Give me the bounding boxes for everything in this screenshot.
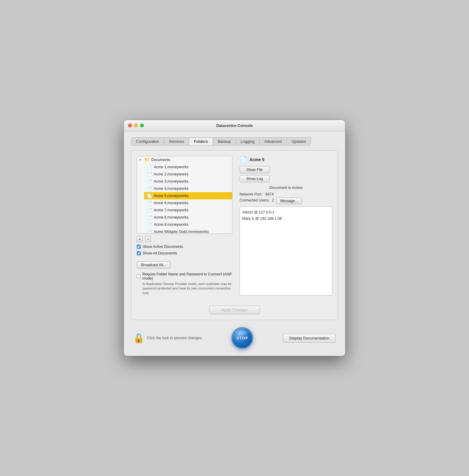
tab-advanced[interactable]: Advanced bbox=[260, 138, 287, 145]
list-item[interactable]: 📄 Acme 1.moneyworks bbox=[144, 163, 232, 171]
list-item[interactable]: 📄 Acme 3.moneyworks bbox=[144, 178, 232, 185]
tab-bar: Configuration Services Folders Backup Lo… bbox=[131, 137, 311, 145]
file-icon: 📄 bbox=[147, 165, 152, 169]
file-icon: 📄 bbox=[147, 222, 152, 227]
action-buttons: Show File Show Log bbox=[240, 166, 332, 182]
file-icon: 📄 bbox=[147, 186, 152, 191]
maximize-button[interactable] bbox=[140, 124, 144, 128]
titlebar: Datacentre Console bbox=[124, 120, 345, 131]
chevron-down-icon: ▾ bbox=[139, 158, 143, 161]
file-icon: 📄 bbox=[147, 193, 152, 198]
lock-label: Click the lock to prevent changes bbox=[147, 336, 202, 340]
main-columns: ▾ 📁 Documents 📄 Acme 1.moneyworks 📄 Acme… bbox=[137, 156, 332, 295]
show-log-button[interactable]: Show Log bbox=[240, 175, 269, 182]
user-entry: Mary S @ 192.168.1.58 bbox=[242, 216, 330, 222]
asp-description: In Application Service Provider mode, ea… bbox=[143, 282, 232, 295]
users-list: Admin @ 127.0.0.1 Mary S @ 192.168.1.58 bbox=[240, 207, 332, 295]
asp-label: Require Folder Name and Password to Conn… bbox=[142, 272, 232, 281]
doc-name: Acme 5 bbox=[249, 157, 264, 162]
list-item[interactable]: 📄 Acme 4.moneyworks bbox=[144, 185, 232, 192]
document-status: Document is Active bbox=[240, 185, 332, 190]
asp-section: Require Folder Name and Password to Conn… bbox=[137, 272, 232, 295]
file-icon: 📄 bbox=[147, 179, 152, 184]
show-all-row: Show All Documents bbox=[137, 251, 232, 255]
show-all-checkbox[interactable] bbox=[137, 251, 141, 255]
file-icon: 📄 bbox=[147, 172, 152, 177]
tab-backup[interactable]: Backup bbox=[213, 138, 236, 145]
list-controls: + − bbox=[137, 236, 232, 242]
list-item[interactable]: 📄 Acme 2.moneyworks bbox=[144, 171, 232, 178]
tab-services[interactable]: Services bbox=[164, 138, 189, 145]
show-active-row: Show Active Documents bbox=[137, 245, 232, 249]
asp-row: Require Folder Name and Password to Conn… bbox=[137, 272, 232, 281]
list-item[interactable]: 📄 Acme 8.moneyworks bbox=[144, 214, 232, 221]
document-icon: 📄 bbox=[240, 156, 247, 163]
file-list[interactable]: ▾ 📁 Documents 📄 Acme 1.moneyworks 📄 Acme… bbox=[137, 156, 232, 234]
list-item[interactable]: 📄 Acme 9.moneyworks bbox=[144, 221, 232, 228]
stop-button-container: Stop bbox=[232, 327, 253, 349]
close-button[interactable] bbox=[128, 124, 132, 128]
folder-documents[interactable]: ▾ 📁 Documents bbox=[137, 156, 232, 163]
show-active-checkbox[interactable] bbox=[137, 245, 141, 249]
tab-configuration[interactable]: Configuration bbox=[131, 138, 164, 145]
apply-section: Apply Changes bbox=[137, 301, 332, 314]
minimize-button[interactable] bbox=[134, 124, 138, 128]
connected-users-count: 2 bbox=[272, 198, 274, 202]
asp-checkbox[interactable] bbox=[137, 274, 141, 278]
list-item[interactable]: 📄 Acme 7.moneyworks bbox=[144, 207, 232, 214]
bottom-bar: 🔓 Click the lock to prevent changes Stop… bbox=[131, 327, 338, 349]
window-title: Datacentre Console bbox=[216, 123, 253, 128]
connected-users-label: Connected Users: bbox=[240, 198, 269, 202]
window-body: Configuration Services Folders Backup Lo… bbox=[124, 131, 345, 356]
display-documentation-button[interactable]: Display Documentation bbox=[283, 334, 336, 342]
remove-folder-button[interactable]: − bbox=[145, 236, 151, 242]
left-column: ▾ 📁 Documents 📄 Acme 1.moneyworks 📄 Acme… bbox=[137, 156, 232, 295]
stop-button[interactable]: Stop bbox=[232, 327, 253, 349]
broadcast-all-button[interactable]: Broadcast All... bbox=[137, 261, 170, 269]
user-entry: Admin @ 127.0.0.1 bbox=[242, 209, 330, 216]
apply-changes-button[interactable]: Apply Changes bbox=[209, 306, 260, 314]
list-item[interactable]: 📄 Acme 6.moneyworks bbox=[144, 199, 232, 207]
file-icon: 📄 bbox=[147, 201, 152, 205]
main-window: Datacentre Console Configuration Service… bbox=[124, 120, 345, 356]
connected-users-row: Connected Users: 2 Message... bbox=[240, 198, 332, 204]
show-file-button[interactable]: Show File bbox=[240, 166, 269, 173]
show-all-label: Show All Documents bbox=[143, 251, 177, 255]
network-port-value: 6674 bbox=[265, 192, 274, 196]
list-item-acme5[interactable]: 📄 Acme 5.moneyworks bbox=[144, 192, 232, 199]
doc-header: 📄 Acme 5 bbox=[240, 156, 332, 163]
list-item[interactable]: 📄 Acme Widgets Gold.moneyworks bbox=[144, 228, 232, 234]
tab-folders[interactable]: Folders bbox=[189, 138, 213, 145]
content-panel: ▾ 📁 Documents 📄 Acme 1.moneyworks 📄 Acme… bbox=[131, 150, 338, 320]
network-port-label: Network Port: bbox=[240, 192, 262, 196]
tab-updates[interactable]: Updates bbox=[287, 138, 311, 145]
show-active-label: Show Active Documents bbox=[143, 245, 183, 249]
file-icon: 📄 bbox=[147, 215, 152, 220]
file-icon: 📄 bbox=[147, 208, 152, 213]
add-folder-button[interactable]: + bbox=[137, 236, 143, 242]
file-icon: 📄 bbox=[147, 229, 152, 234]
folder-icon: 📁 bbox=[144, 157, 150, 162]
network-port-info: Network Port: 6674 bbox=[240, 192, 332, 196]
traffic-lights bbox=[128, 124, 144, 128]
right-column: 📄 Acme 5 Show File Show Log Document is … bbox=[240, 156, 332, 295]
lock-icon[interactable]: 🔓 bbox=[133, 333, 144, 343]
lock-section: 🔓 Click the lock to prevent changes bbox=[133, 333, 202, 343]
tab-logging[interactable]: Logging bbox=[236, 138, 260, 145]
message-button[interactable]: Message... bbox=[276, 198, 302, 204]
